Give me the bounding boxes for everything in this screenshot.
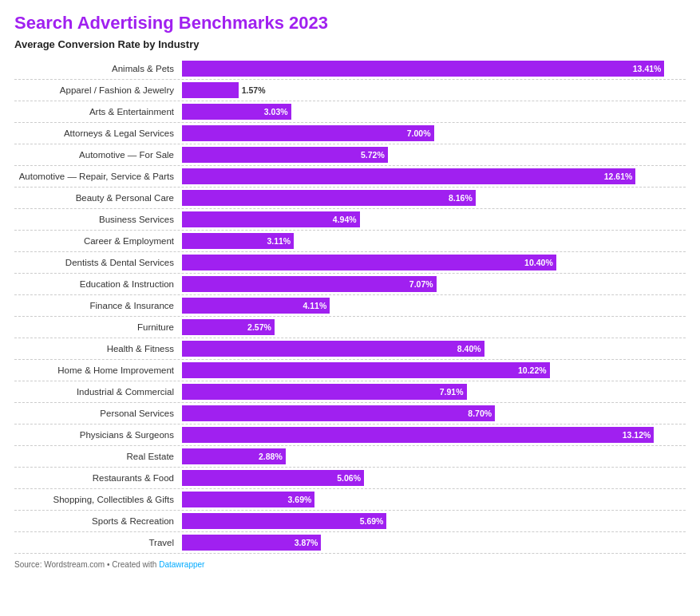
table-row: Home & Home Improvement10.22% — [14, 360, 686, 381]
table-row: Health & Fitness8.40% — [14, 338, 686, 360]
bar-track: 10.22% — [182, 362, 686, 378]
bar-fill: 7.07% — [182, 276, 437, 292]
bar-fill: 3.87% — [182, 535, 321, 551]
bar-track: 5.69% — [182, 513, 686, 529]
bar-track: 8.70% — [182, 405, 686, 421]
table-row: Business Services4.94% — [14, 209, 686, 231]
bar-value: 5.06% — [337, 473, 361, 483]
industry-label: Automotive — For Sale — [14, 150, 182, 160]
table-row: Automotive — Repair, Service & Parts12.6… — [14, 166, 686, 188]
industry-label: Real Estate — [14, 452, 182, 461]
table-row: Beauty & Personal Care8.16% — [14, 188, 686, 209]
bar-value: 3.03% — [264, 107, 288, 116]
bar-value: 12.61% — [604, 172, 633, 181]
bar-fill: 8.16% — [182, 190, 476, 206]
table-row: Dentists & Dental Services10.40% — [14, 252, 686, 274]
bar-fill: 13.41% — [182, 61, 664, 77]
datawrapper-link[interactable]: Datawrapper — [159, 560, 204, 569]
bar-track: 3.03% — [182, 104, 686, 120]
source-line: Source: Wordstream.com • Created with Da… — [14, 560, 686, 569]
industry-label: Travel — [14, 538, 182, 547]
industry-label: Beauty & Personal Care — [14, 193, 182, 203]
page-title: Search Advertising Benchmarks 2023 — [14, 13, 686, 34]
table-row: Education & Instruction7.07% — [14, 274, 686, 295]
table-row: Career & Employment3.11% — [14, 231, 686, 252]
bar-value: 5.72% — [361, 150, 385, 160]
chart-subtitle: Average Conversion Rate by Industry — [14, 38, 686, 50]
bar-value: 4.11% — [303, 301, 326, 310]
industry-label: Shopping, Collectibles & Gifts — [14, 495, 182, 504]
bar-value: 10.40% — [524, 258, 553, 267]
bar-fill: 4.94% — [182, 211, 360, 227]
bar-track: 2.88% — [182, 448, 686, 464]
bar-fill — [182, 82, 239, 98]
bar-fill: 3.69% — [182, 492, 314, 507]
bar-track: 13.41% — [182, 61, 686, 77]
bar-fill: 12.61% — [182, 168, 635, 184]
bar-fill: 4.11% — [182, 298, 330, 314]
table-row: Travel3.87% — [14, 532, 686, 554]
table-row: Furniture2.57% — [14, 317, 686, 338]
bar-value: 1.57% — [242, 85, 266, 95]
bar-track: 7.91% — [182, 384, 686, 400]
bar-track: 10.40% — [182, 255, 686, 270]
bar-track: 1.57% — [182, 82, 686, 98]
bar-value: 8.16% — [449, 193, 473, 203]
bar-fill: 3.03% — [182, 104, 291, 120]
table-row: Animals & Pets13.41% — [14, 58, 686, 80]
bar-value: 7.07% — [409, 279, 433, 289]
bar-fill: 2.88% — [182, 448, 286, 464]
industry-label: Industrial & Commercial — [14, 387, 182, 397]
bar-value: 3.11% — [267, 236, 291, 246]
bar-value: 4.94% — [333, 215, 357, 224]
industry-label: Dentists & Dental Services — [14, 258, 182, 267]
bar-fill: 7.00% — [182, 125, 434, 141]
table-row: Physicians & Surgeons13.12% — [14, 424, 686, 446]
table-row: Finance & Insurance4.11% — [14, 295, 686, 317]
bar-fill: 8.70% — [182, 405, 495, 421]
table-row: Restaurants & Food5.06% — [14, 468, 686, 489]
bar-chart: Animals & Pets13.41%Apparel / Fashion & … — [14, 58, 686, 554]
industry-label: Restaurants & Food — [14, 473, 182, 483]
table-row: Apparel / Fashion & Jewelry1.57% — [14, 80, 686, 101]
bar-track: 5.06% — [182, 470, 686, 486]
bar-value: 7.91% — [440, 387, 464, 397]
industry-label: Business Services — [14, 215, 182, 224]
table-row: Attorneys & Legal Services7.00% — [14, 123, 686, 144]
bar-value: 3.69% — [288, 495, 312, 504]
bar-track: 4.94% — [182, 211, 686, 227]
bar-track: 7.00% — [182, 125, 686, 141]
industry-label: Apparel / Fashion & Jewelry — [14, 85, 182, 95]
bar-track: 4.11% — [182, 298, 686, 314]
bar-track: 13.12% — [182, 427, 686, 443]
table-row: Sports & Recreation5.69% — [14, 511, 686, 532]
bar-track: 8.16% — [182, 190, 686, 206]
bar-value: 7.00% — [407, 128, 431, 138]
industry-label: Health & Fitness — [14, 344, 182, 353]
bar-value: 10.22% — [518, 365, 547, 375]
bar-value: 8.70% — [468, 409, 492, 418]
bar-track: 3.87% — [182, 535, 686, 551]
bar-fill: 7.91% — [182, 384, 467, 400]
industry-label: Home & Home Improvement — [14, 365, 182, 375]
industry-label: Automotive — Repair, Service & Parts — [14, 172, 182, 181]
industry-label: Career & Employment — [14, 236, 182, 246]
bar-track: 12.61% — [182, 168, 686, 184]
bar-fill: 8.40% — [182, 341, 484, 357]
table-row: Arts & Entertainment3.03% — [14, 101, 686, 123]
table-row: Industrial & Commercial7.91% — [14, 381, 686, 403]
bar-track: 2.57% — [182, 319, 686, 335]
bar-track: 5.72% — [182, 147, 686, 163]
bar-value: 13.41% — [633, 64, 662, 73]
table-row: Personal Services8.70% — [14, 403, 686, 424]
bar-fill: 5.06% — [182, 470, 364, 486]
bar-fill: 13.12% — [182, 427, 654, 443]
bar-fill: 10.40% — [182, 255, 556, 270]
industry-label: Finance & Insurance — [14, 301, 182, 310]
bar-fill: 5.72% — [182, 147, 388, 163]
bar-track: 3.11% — [182, 233, 686, 249]
bar-fill: 2.57% — [182, 319, 275, 335]
industry-label: Personal Services — [14, 409, 182, 418]
industry-label: Physicians & Surgeons — [14, 430, 182, 440]
bar-fill: 10.22% — [182, 362, 550, 378]
